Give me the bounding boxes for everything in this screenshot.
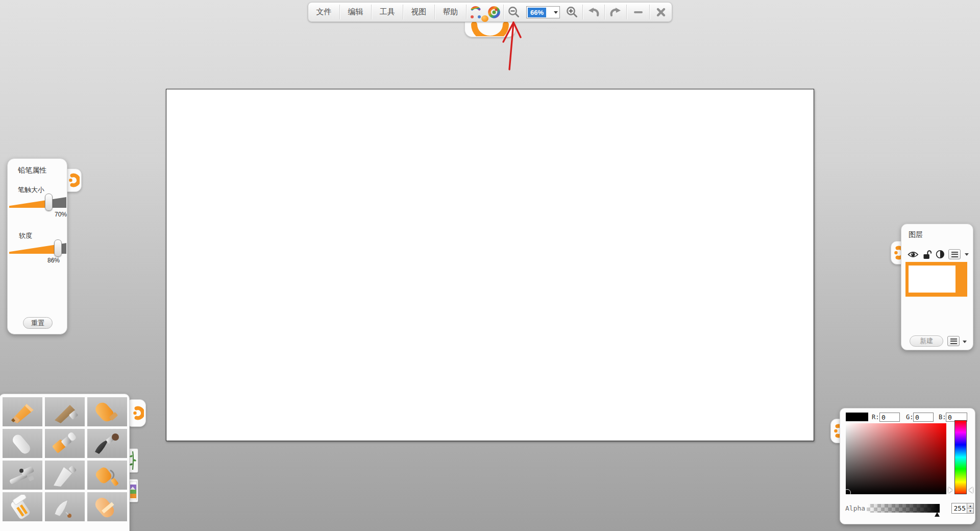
brush-grid	[3, 397, 127, 521]
chalk-icon	[6, 431, 39, 456]
softness-slider[interactable]	[9, 238, 66, 259]
hue-bar[interactable]	[954, 420, 967, 494]
red-input[interactable]: 0	[879, 413, 900, 422]
paint-roller-icon	[91, 463, 124, 488]
annotation-arrow	[495, 17, 526, 73]
drawing-canvas[interactable]	[166, 89, 814, 441]
brush-selection-panel	[0, 394, 130, 531]
menu-file[interactable]: 文件	[308, 3, 339, 21]
tool-wood-brush[interactable]	[45, 397, 85, 426]
close-button[interactable]	[650, 3, 672, 21]
brush-size-handle[interactable]	[45, 194, 53, 211]
unlock-icon[interactable]	[923, 250, 932, 259]
hue-marker-right-icon[interactable]	[969, 487, 973, 493]
reset-button[interactable]: 重置	[23, 317, 53, 329]
ink-brush-icon	[91, 431, 124, 456]
paint-tube-icon	[6, 495, 39, 519]
alpha-spinner[interactable]: 255 ▲ ▼	[951, 503, 974, 514]
airbrush-icon	[6, 463, 39, 488]
softness-value: 86%	[10, 257, 60, 264]
layer-preview	[909, 266, 955, 293]
tool-eraser[interactable]	[87, 492, 127, 521]
app-logo-icon	[132, 405, 144, 421]
zoom-in-icon	[566, 6, 579, 19]
app-logo-icon	[67, 173, 80, 188]
wood-brush-icon	[48, 400, 81, 424]
app-background: 文件 编辑 工具 视图 帮助	[0, 0, 980, 531]
brush-size-slider[interactable]	[9, 192, 66, 213]
undo-icon	[586, 6, 601, 19]
alpha-value: 255	[952, 503, 967, 513]
flat-brush-icon	[48, 431, 81, 456]
chevron-down-icon	[554, 11, 558, 14]
layer-menu-button[interactable]	[948, 249, 961, 259]
visibility-eye-icon[interactable]	[908, 251, 919, 258]
tool-crayon[interactable]	[87, 397, 127, 426]
redo-icon	[608, 6, 623, 19]
blue-label: B:	[939, 414, 946, 421]
palette-knife-icon	[48, 463, 81, 488]
tool-water-brush[interactable]	[45, 492, 85, 521]
alpha-marker-icon[interactable]	[935, 512, 940, 517]
new-layer-button[interactable]: 新建	[910, 335, 943, 347]
tool-pencil[interactable]	[3, 397, 42, 426]
close-icon	[655, 7, 667, 18]
redo-button[interactable]	[605, 3, 626, 21]
tool-chalk[interactable]	[3, 429, 42, 458]
layer-thumbnail-selected[interactable]	[905, 262, 967, 297]
spin-down-icon[interactable]: ▼	[967, 508, 973, 513]
layer-menu-caret-icon[interactable]	[965, 253, 969, 256]
tool-palette-knife[interactable]	[45, 461, 85, 490]
minimize-button[interactable]	[627, 3, 649, 21]
green-input[interactable]: 0	[913, 413, 934, 422]
tool-paint-tube[interactable]	[3, 492, 42, 521]
color-picker-panel: R: 0 G: 0 B: 0 Alpha 255 ▲ ▼	[840, 408, 975, 524]
zoom-dropdown-button[interactable]	[552, 11, 559, 14]
softness-handle[interactable]	[54, 239, 62, 257]
menu-edit[interactable]: 编辑	[340, 3, 371, 21]
tool-airbrush[interactable]	[3, 461, 42, 490]
water-brush-icon	[48, 495, 81, 519]
contrast-icon[interactable]	[936, 250, 945, 259]
alpha-spin-buttons[interactable]: ▲ ▼	[967, 503, 973, 513]
spin-up-icon[interactable]: ▲	[967, 503, 973, 508]
eraser-icon	[91, 495, 124, 519]
zoom-in-button[interactable]	[562, 3, 582, 21]
layers-bottom-menu-button[interactable]	[947, 336, 960, 346]
undo-button[interactable]	[583, 3, 604, 21]
layer-controls-row	[908, 249, 969, 260]
hue-marker-left-icon[interactable]	[948, 487, 952, 493]
layers-panel-title: 图层	[909, 230, 923, 239]
crayon-icon	[91, 400, 124, 424]
layers-panel: 图层 新建	[901, 224, 973, 350]
menu-help[interactable]: 帮助	[435, 3, 466, 21]
layers-bottom-caret-icon[interactable]	[963, 341, 967, 343]
main-toolbar: 文件 编辑 工具 视图 帮助	[308, 2, 672, 22]
menu-view[interactable]: 视图	[403, 3, 434, 21]
alpha-slider[interactable]	[867, 504, 940, 513]
saturation-value-field[interactable]	[846, 423, 946, 494]
pencil-panel-title: 铅笔属性	[18, 166, 46, 175]
zoom-level-combobox[interactable]: 66%	[526, 6, 560, 18]
zoom-out-icon	[507, 6, 521, 19]
sv-selection-indicator	[846, 489, 851, 494]
rainbow-mixer-icon	[469, 5, 482, 20]
menu-tools[interactable]: 工具	[372, 3, 403, 21]
red-label: R:	[872, 414, 879, 421]
tool-paint-roller[interactable]	[87, 461, 127, 490]
image-stamp-icon	[130, 481, 137, 500]
pencil-icon	[6, 400, 39, 424]
current-color-swatch	[846, 413, 868, 421]
brush-size-value: 70%	[10, 211, 67, 218]
zoom-level-value: 66%	[528, 8, 546, 17]
tool-flat-brush[interactable]	[45, 429, 85, 458]
minimize-icon	[634, 11, 643, 13]
pencil-properties-panel: 铅笔属性 笔触大小 70% 软度 86% 重置	[7, 158, 67, 334]
alpha-label: Alpha	[845, 504, 865, 512]
green-label: G:	[906, 414, 913, 421]
nose-dot-icon	[481, 15, 488, 22]
brush-size-track[interactable]	[9, 197, 66, 208]
foliage-icon	[130, 450, 136, 471]
tool-ink-brush[interactable]	[87, 429, 127, 458]
